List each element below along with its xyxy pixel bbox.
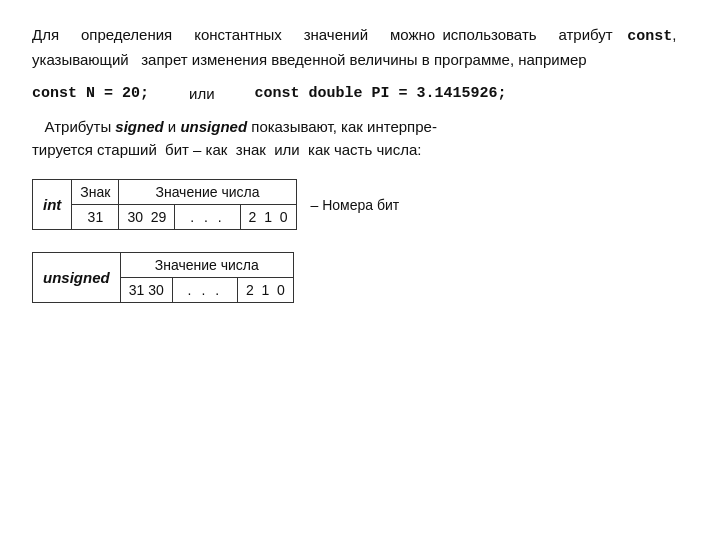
unsigned-table-section: unsigned Значение числа 31 30 . . . 2 1 … — [32, 252, 688, 303]
int-bit31: 31 — [72, 205, 119, 230]
para2-text-and: и — [164, 118, 181, 135]
main-content: Для определения константных значений мож… — [32, 24, 688, 303]
int-label: int — [33, 180, 72, 230]
para1-text-before: Для определения константных значений мож… — [32, 26, 627, 43]
int-bits2-0: 2 1 0 — [240, 205, 296, 230]
const-keyword: const — [627, 28, 672, 45]
int-table: int Знак Значение числа 31 30 29 . . . 2… — [32, 179, 297, 230]
para2-text-before: Атрибуты — [32, 118, 115, 135]
code-right: const double PI = 3.1415926; — [255, 85, 507, 102]
unsigned-bits2-0: 2 1 0 — [237, 278, 293, 303]
unsigned-keyword: unsigned — [180, 118, 247, 135]
int-dots: . . . — [175, 205, 240, 230]
unsigned-bits31-30: 31 30 — [120, 278, 172, 303]
paragraph2: Атрибуты signed и unsigned показывают, к… — [32, 116, 688, 161]
unsigned-value-header: Значение числа — [120, 253, 293, 278]
int-bits30-29: 30 29 — [119, 205, 175, 230]
unsigned-table: unsigned Значение числа 31 30 . . . 2 1 … — [32, 252, 294, 303]
code-example-line: const N = 20; или const double PI = 3.14… — [32, 85, 688, 102]
code-left: const N = 20; — [32, 85, 149, 102]
or-word: или — [189, 85, 215, 102]
int-value-header: Значение числа — [119, 180, 296, 205]
bit-number-note: – Номера бит — [311, 197, 400, 213]
int-sign-header: Знак — [72, 180, 119, 205]
unsigned-label: unsigned — [33, 253, 121, 303]
int-table-section: int Знак Значение числа 31 30 29 . . . 2… — [32, 179, 688, 230]
paragraph1: Для определения константных значений мож… — [32, 24, 688, 71]
signed-keyword: signed — [115, 118, 163, 135]
unsigned-dots: . . . — [172, 278, 237, 303]
